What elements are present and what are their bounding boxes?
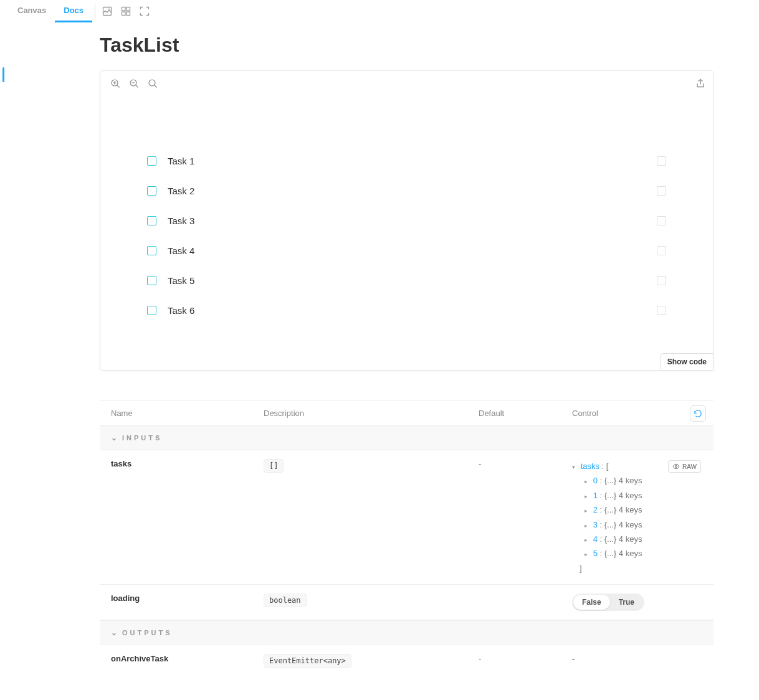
section-inputs[interactable]: ⌄ INPUTS	[100, 425, 714, 450]
arg-control-onarchivetask: -	[572, 654, 702, 663]
arg-default: -	[479, 654, 572, 663]
section-outputs[interactable]: ⌄ OUTPUTS	[100, 620, 714, 645]
arg-control-loading[interactable]: False True	[572, 594, 702, 611]
task-item: Task 1	[147, 146, 666, 176]
task-item: Task 5	[147, 265, 666, 295]
pin-task-icon[interactable]	[657, 246, 666, 255]
arg-name: tasks	[111, 459, 264, 468]
grid-icon[interactable]	[118, 3, 134, 19]
pin-task-icon[interactable]	[657, 216, 666, 225]
arg-name: onArchiveTask	[111, 654, 264, 663]
arg-default: -	[479, 459, 572, 468]
col-control: Control	[572, 409, 702, 418]
arg-type-code: boolean	[264, 594, 307, 607]
boolean-false[interactable]: False	[573, 595, 610, 610]
zoom-out-icon[interactable]	[126, 76, 141, 91]
svg-point-8	[149, 80, 155, 86]
tab-canvas[interactable]: Canvas	[9, 0, 55, 22]
arg-name: loading	[111, 594, 264, 603]
top-tab-bar: Canvas Docs	[6, 0, 759, 22]
arg-type-code: []	[264, 459, 284, 473]
arg-row-loading: loading boolean False True	[100, 585, 714, 620]
svg-rect-4	[122, 12, 126, 16]
task-checkbox[interactable]	[147, 156, 156, 166]
task-title: Task 1	[168, 156, 194, 166]
col-name: Name	[111, 409, 264, 418]
boolean-true[interactable]: True	[610, 595, 643, 610]
zoom-in-icon[interactable]	[108, 76, 123, 91]
side-indicator	[2, 67, 4, 82]
task-item: Task 6	[147, 295, 666, 325]
task-title: Task 6	[168, 305, 194, 316]
zoom-reset-icon[interactable]	[145, 76, 160, 91]
pin-task-icon[interactable]	[657, 306, 666, 315]
open-external-icon[interactable]	[695, 78, 705, 88]
chevron-down-icon: ⌄	[111, 433, 117, 442]
task-checkbox[interactable]	[147, 246, 156, 255]
task-title: Task 5	[168, 275, 194, 286]
task-checkbox[interactable]	[147, 186, 156, 196]
section-outputs-label: OUTPUTS	[122, 629, 173, 636]
arg-row-tasks: tasks [] - RAW ▾ tasks : [▸ 0 : {...} 4 …	[100, 450, 714, 585]
svg-rect-3	[126, 7, 130, 11]
task-title: Task 3	[168, 215, 194, 226]
svg-rect-2	[122, 7, 126, 11]
task-item: Task 2	[147, 176, 666, 206]
arg-control-tasks[interactable]: RAW ▾ tasks : [▸ 0 : {...} 4 keys▸ 1 : {…	[572, 459, 702, 575]
svg-rect-5	[126, 12, 130, 16]
task-item: Task 4	[147, 235, 666, 265]
task-checkbox[interactable]	[147, 306, 156, 315]
col-description: Description	[264, 409, 479, 418]
boolean-toggle[interactable]: False True	[572, 594, 644, 611]
tab-docs[interactable]: Docs	[55, 0, 92, 22]
tab-separator	[95, 4, 95, 18]
task-checkbox[interactable]	[147, 276, 156, 285]
story-preview-panel: Task 1Task 2Task 3Task 4Task 5Task 6 Sho…	[100, 70, 714, 371]
args-table: Name Description Default Control ⌄ INPUT…	[100, 400, 714, 676]
arg-type-code: EventEmitter<any>	[264, 654, 351, 668]
page-title: TaskList	[100, 34, 759, 57]
pin-task-icon[interactable]	[657, 186, 666, 196]
task-title: Task 4	[168, 245, 194, 256]
task-item: Task 3	[147, 206, 666, 235]
svg-point-9	[675, 466, 677, 468]
svg-point-1	[108, 9, 110, 10]
chevron-down-icon: ⌄	[111, 628, 117, 637]
raw-label: RAW	[682, 463, 697, 470]
reset-controls-button[interactable]	[690, 405, 706, 422]
task-title: Task 2	[168, 186, 194, 196]
preview-toolbar	[100, 71, 713, 96]
fullscreen-icon[interactable]	[136, 3, 153, 19]
pin-task-icon[interactable]	[657, 276, 666, 285]
args-table-header: Name Description Default Control	[100, 401, 714, 425]
raw-toggle-button[interactable]: RAW	[668, 460, 701, 473]
col-default: Default	[479, 409, 572, 418]
task-checkbox[interactable]	[147, 216, 156, 225]
show-code-button[interactable]: Show code	[661, 353, 714, 371]
background-icon[interactable]	[99, 3, 115, 19]
arg-row-onarchivetask: onArchiveTask EventEmitter<any> - -	[100, 645, 714, 676]
section-inputs-label: INPUTS	[122, 434, 162, 442]
pin-task-icon[interactable]	[657, 156, 666, 166]
story-canvas: Task 1Task 2Task 3Task 4Task 5Task 6	[100, 96, 713, 370]
